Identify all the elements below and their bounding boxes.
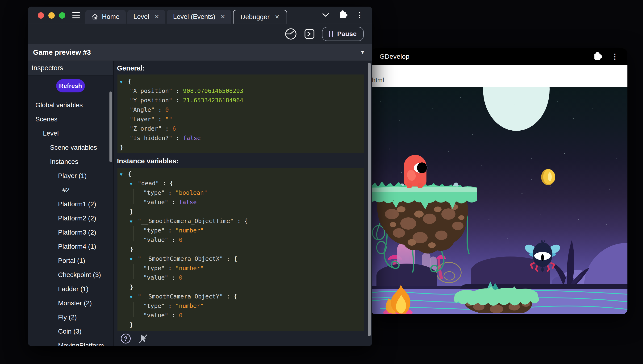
star	[609, 188, 610, 190]
close-tab-icon[interactable]: ✕	[221, 14, 225, 20]
tab-label: Level (Events)	[173, 13, 215, 20]
preview-selector[interactable]: Game preview #3 ▼	[28, 44, 372, 61]
json-line[interactable]: ▼"__SmoothCamera_ObjectTime" : {	[118, 216, 364, 226]
tree-item-level[interactable]: Level	[28, 126, 113, 140]
tree-item--2[interactable]: #2	[28, 183, 113, 197]
expand-arrow-icon[interactable]: ▼	[130, 254, 138, 264]
tab-level-events[interactable]: Level (Events) ✕	[167, 10, 231, 24]
json-line: "type" : "number"	[118, 226, 364, 235]
player-foot-right	[417, 183, 423, 188]
star	[401, 172, 402, 173]
address-text: html	[372, 76, 384, 84]
tree-item-global-variables[interactable]: Global variables	[28, 98, 113, 112]
tree-item-scene-variables[interactable]: Scene variables	[28, 140, 113, 155]
debugger-toolbar: Pause	[28, 24, 372, 44]
expand-arrow-icon[interactable]: ▼	[130, 179, 138, 188]
tree-item-portal-1-[interactable]: Portal (1)	[28, 254, 113, 268]
pause-button[interactable]: Pause	[322, 27, 364, 41]
game-window-titlebar: GDevelop ⋮	[371, 48, 627, 65]
expand-arrow-icon[interactable]: ▼	[120, 77, 128, 86]
menu-dots-icon[interactable]: ⋮	[356, 12, 363, 18]
star	[448, 151, 449, 152]
extensions-puzzle-icon[interactable]	[340, 12, 346, 18]
debugger-bottombar: ?	[114, 331, 372, 346]
inspector-tree: Global variablesScenesLevelScene variabl…	[28, 98, 113, 346]
pick-element-disabled-icon[interactable]	[138, 334, 148, 344]
player-character	[404, 155, 426, 186]
panel-scrollbar[interactable]	[368, 63, 371, 336]
coin-highlight	[548, 172, 552, 181]
pause-icon	[329, 31, 333, 37]
general-json-viewer: ▼{"X position" : 908.0706146508293"Y pos…	[118, 74, 364, 153]
sidebar-scrollbar[interactable]	[110, 92, 112, 162]
console-icon[interactable]	[304, 28, 315, 39]
star	[531, 158, 532, 159]
profiler-icon[interactable]	[285, 28, 297, 40]
expand-arrow-icon[interactable]: ▼	[130, 292, 138, 302]
tree-item-platform4-1-[interactable]: Platform4 (1)	[28, 240, 113, 254]
tab-home[interactable]: Home	[85, 10, 126, 24]
star	[611, 97, 612, 97]
tree-item-platform3-2-[interactable]: Platform3 (2)	[28, 226, 113, 240]
tab-debugger[interactable]: Debugger ✕	[233, 10, 287, 24]
json-line: }	[118, 320, 364, 330]
tab-label: Debugger	[241, 13, 270, 21]
hill-far-right	[584, 243, 627, 286]
tree-item-platform1-2-[interactable]: Platform1 (2)	[28, 197, 113, 211]
tree-item-coin-3-[interactable]: Coin (3)	[28, 324, 113, 338]
tree-item-monster-2-[interactable]: Monster (2)	[28, 296, 113, 310]
close-window-button[interactable]	[38, 12, 44, 18]
star	[380, 101, 381, 102]
refresh-button[interactable]: Refresh	[56, 79, 85, 92]
player-pupil	[417, 162, 427, 173]
json-line[interactable]: ▼"__SmoothCamera_ObjectY" : {	[118, 292, 364, 301]
json-line: "Y position" : 21.65334236184964	[118, 96, 364, 105]
star	[521, 193, 522, 194]
json-line[interactable]: ▼"dead" : {	[118, 179, 364, 188]
tree-item-player-1-[interactable]: Player (1)	[28, 169, 113, 183]
star	[481, 165, 482, 166]
json-line[interactable]: ▼{	[118, 169, 364, 179]
inspector-panel: General: ▼{"X position" : 908.0706146508…	[114, 61, 372, 346]
json-line: "Is hidden?" : false	[118, 134, 364, 143]
json-line: }	[118, 245, 364, 254]
json-line[interactable]: ▼{	[118, 77, 364, 86]
chevron-down-icon[interactable]	[322, 13, 329, 17]
json-line: }	[118, 143, 364, 152]
coin	[541, 169, 555, 185]
tree-item-instances[interactable]: Instances	[28, 155, 113, 169]
close-tab-icon[interactable]: ✕	[275, 14, 280, 20]
debugger-window: Home Level ✕ Level (Events) ✕ Debugger ✕	[28, 6, 372, 346]
expand-arrow-icon[interactable]: ▼	[130, 217, 138, 226]
star	[616, 158, 616, 159]
tree-item-ladder-1-[interactable]: Ladder (1)	[28, 282, 113, 296]
star	[488, 219, 489, 220]
grass-platform	[371, 181, 477, 274]
tree-item-scenes[interactable]: Scenes	[28, 112, 113, 126]
close-tab-icon[interactable]: ✕	[155, 14, 159, 20]
tree-item-platform2-2-[interactable]: Platform2 (2)	[28, 211, 113, 226]
extensions-puzzle-icon[interactable]	[594, 54, 600, 60]
star	[503, 148, 503, 149]
star	[389, 148, 390, 150]
minimize-window-button[interactable]	[48, 12, 55, 18]
tab-level[interactable]: Level ✕	[127, 10, 165, 24]
json-line[interactable]: ▼"__SmoothCamera_ObjectX" : {	[118, 254, 364, 264]
player-foot-left	[407, 183, 412, 188]
tree-item-fly-2-[interactable]: Fly (2)	[28, 310, 113, 324]
help-icon[interactable]: ?	[121, 334, 131, 344]
game-viewport[interactable]	[371, 87, 627, 314]
expand-arrow-icon[interactable]: ▼	[120, 170, 128, 179]
tree-item-movingplatform[interactable]: MovingPlatform	[28, 338, 113, 346]
menu-dots-icon[interactable]: ⋮	[611, 54, 618, 60]
hamburger-menu-icon[interactable]	[72, 12, 80, 18]
zoom-window-button[interactable]	[59, 12, 65, 18]
tree-item-checkpoint-3-[interactable]: Checkpoint (3)	[28, 268, 113, 282]
json-line: "X position" : 908.0706146508293	[118, 86, 364, 96]
fly-enemy	[524, 240, 561, 274]
star	[595, 146, 595, 147]
star	[514, 104, 515, 105]
debugger-titlebar: Home Level ✕ Level (Events) ✕ Debugger ✕	[28, 6, 372, 24]
star	[550, 186, 550, 187]
address-bar[interactable]: html	[371, 65, 627, 87]
